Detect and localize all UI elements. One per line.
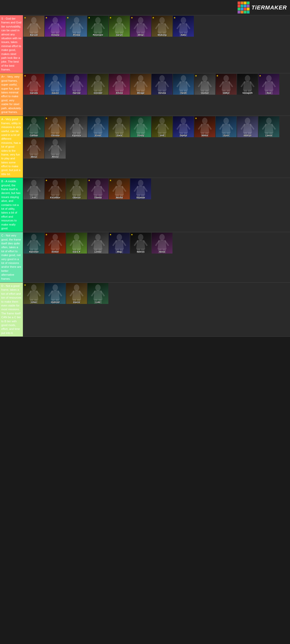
prime-star-icon: ★ xyxy=(195,117,197,120)
frame-name-label: Baruuk xyxy=(23,34,44,36)
svg-point-66 xyxy=(74,118,79,124)
frame-item-ember[interactable]: ★Ember xyxy=(45,233,66,254)
logo-cell xyxy=(241,8,243,10)
frame-name-label: Wisp xyxy=(130,34,151,36)
frame-item-caliban[interactable]: Caliban xyxy=(23,116,44,137)
frame-name-label: Grendel xyxy=(88,92,108,94)
frame-name-label: Revenant xyxy=(88,34,108,36)
frame-item-nezha[interactable]: ★Nezha xyxy=(109,178,130,199)
tier-row-d: D - Not a good frame, takes a ton of eff… xyxy=(0,283,290,337)
frame-item-baruuk[interactable]: ★Baruuk xyxy=(23,16,44,37)
svg-point-102 xyxy=(31,180,36,186)
svg-point-72 xyxy=(117,118,122,124)
frame-item-titania[interactable]: ★Titania xyxy=(88,178,108,199)
frame-item-nidus[interactable]: ★Nidus xyxy=(194,116,215,137)
frame-item-protea[interactable]: ★Protea xyxy=(66,16,87,37)
frame-item-rhino[interactable]: Rhino xyxy=(45,138,66,159)
frame-item-voruna[interactable]: Voruna xyxy=(152,74,172,95)
frame-item-xaku[interactable]: ★Xaku xyxy=(173,16,194,37)
svg-point-87 xyxy=(224,118,229,124)
svg-point-105 xyxy=(53,180,58,186)
frame-name-label: Nezha xyxy=(109,196,130,199)
frame-item-volt[interactable]: Volt xyxy=(152,116,172,137)
frame-item-vauban[interactable]: ★Vauban xyxy=(194,74,215,95)
frame-item-garuda[interactable]: ★Garuda xyxy=(23,74,44,95)
frame-item-nyx[interactable]: ★Nyx xyxy=(258,74,279,95)
tier-content-s: ★Baruuk★Octavia★Protea★Revenant★Saryn★Wi… xyxy=(23,15,290,73)
frame-item-hydroid[interactable]: Hydroid xyxy=(45,283,66,304)
frame-item-trinity[interactable]: Trinity xyxy=(130,116,151,137)
frame-item-valkyr[interactable]: ★Valkyr xyxy=(216,74,237,95)
frame-item-ivara[interactable]: Ivara ✦ xyxy=(66,233,87,254)
frame-item-nova[interactable]: Nova xyxy=(152,233,172,254)
frame-item-wukong[interactable]: ★Wukong xyxy=(152,16,172,37)
frame-item-styanax[interactable]: Styanax xyxy=(130,178,151,199)
frame-name-label: Equinox xyxy=(66,134,87,137)
frame-item-banshee[interactable]: Banshee xyxy=(23,233,44,254)
logo-cell xyxy=(241,5,243,7)
frame-item-harrow[interactable]: Harrow xyxy=(66,74,87,95)
frame-item-saryn[interactable]: ★Saryn xyxy=(109,16,130,37)
frame-name-label: Gauss xyxy=(45,92,66,94)
frame-name-label: Garuda xyxy=(23,92,44,94)
logo-grid xyxy=(238,2,250,13)
frame-item-oberon[interactable]: Oberon xyxy=(66,178,87,199)
logo-cell xyxy=(238,5,240,7)
svg-point-48 xyxy=(202,75,207,81)
frame-item-frost[interactable]: Frost xyxy=(88,116,108,137)
frame-item-excalibur[interactable]: ★Excalibur xyxy=(45,178,66,199)
prime-star-icon: ★ xyxy=(45,179,48,182)
svg-point-27 xyxy=(53,75,58,81)
frame-name-label: Atlas xyxy=(23,301,44,303)
prime-star-icon: ★ xyxy=(88,179,90,182)
frame-item-zephyr[interactable]: Zephyr xyxy=(173,116,194,137)
logo-cell xyxy=(244,5,246,7)
frame-item-limbo[interactable]: Limbo xyxy=(88,233,108,254)
svg-point-147 xyxy=(74,285,79,291)
logo-cell xyxy=(241,2,243,4)
frame-item-sevagoth[interactable]: Sevagoth xyxy=(237,74,258,95)
svg-point-90 xyxy=(245,118,250,124)
svg-point-42 xyxy=(160,75,165,81)
frame-item-chroma[interactable]: ★Chroma xyxy=(45,116,66,137)
svg-point-0 xyxy=(31,17,36,23)
frame-item-khora[interactable]: Khora xyxy=(109,74,130,95)
frame-name-label: Khora xyxy=(109,92,130,94)
frame-item-loki[interactable]: Loki xyxy=(88,283,108,304)
logo-cell xyxy=(244,11,246,13)
frame-item-inaros[interactable]: Inaros xyxy=(66,283,87,304)
frame-name-label: Saryn xyxy=(109,34,130,36)
frame-item-atlas[interactable]: ★Atlas xyxy=(23,283,44,304)
frame-item-hildryn[interactable]: Hildryn xyxy=(237,116,258,137)
frame-item-gara[interactable]: Gara xyxy=(109,116,130,137)
frame-item-mesa[interactable]: Mesa xyxy=(23,138,44,159)
frame-name-label: Inaros xyxy=(66,301,87,303)
frame-item-mirage[interactable]: Mirage xyxy=(130,74,151,95)
frame-item-gauss[interactable]: Gauss xyxy=(45,74,66,95)
tier-label-s: S - God tier frames and God tier surviva… xyxy=(0,15,23,73)
svg-point-84 xyxy=(202,118,207,124)
frame-item-ash[interactable]: Ash xyxy=(23,178,44,199)
frame-name-label: Nyx xyxy=(258,92,279,94)
frame-item-nekros[interactable]: ★Nekros xyxy=(130,233,151,254)
prime-star-icon: ★ xyxy=(109,179,112,182)
frame-item-lavos[interactable]: Lavos xyxy=(258,116,279,137)
svg-point-54 xyxy=(245,75,250,81)
frame-item-octavia[interactable]: ★Octavia xyxy=(45,16,66,37)
frame-item-wisp[interactable]: ★Wisp xyxy=(130,16,151,37)
frame-item-yareli[interactable]: Yareli xyxy=(173,74,194,95)
svg-point-63 xyxy=(53,118,58,124)
frame-item-equinox[interactable]: Equinox xyxy=(66,116,87,137)
frame-item-gyre[interactable]: Gyre xyxy=(216,116,237,137)
frame-item-revenant[interactable]: ★Revenant xyxy=(88,16,108,37)
frame-name-label: Zephyr xyxy=(173,134,194,137)
tier-row-b: B - A middle ground, the frame itself is… xyxy=(0,178,290,232)
frame-name-label: Frost xyxy=(88,134,108,137)
tier-content-b: Ash★ExcaliburOberon★Titania★NezhaStyanax xyxy=(23,178,290,232)
frame-item-grendel[interactable]: Grendel xyxy=(88,74,108,95)
frame-name-label: Yareli xyxy=(173,92,194,94)
tier-label-aplus: A+ - Very, very good frames, super usefu… xyxy=(0,73,23,116)
frame-name-label: Hydroid xyxy=(45,301,66,303)
frame-item-mag[interactable]: ★Mag xyxy=(109,233,130,254)
svg-point-78 xyxy=(160,118,165,124)
